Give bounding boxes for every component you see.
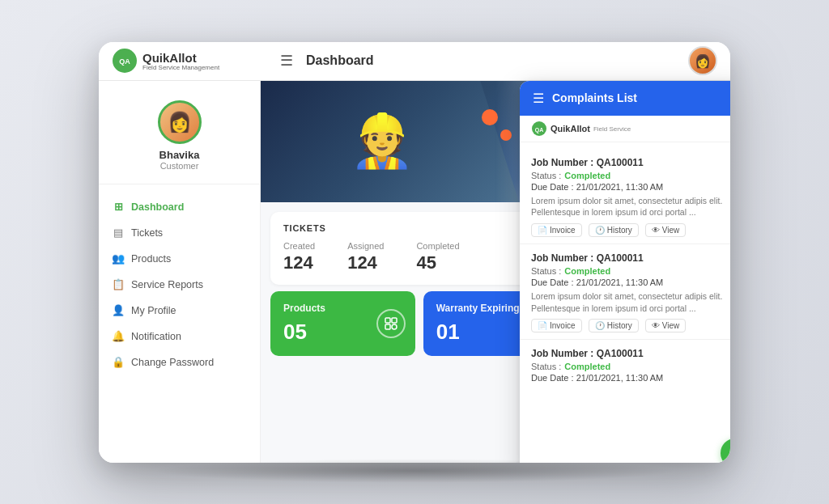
complaint-2-job-number: Job Number : QA100011 xyxy=(531,252,730,264)
complaints-logo: QA QuikAllot Field Service xyxy=(520,116,730,142)
svg-point-5 xyxy=(392,324,397,329)
complaint-3-due-date: Due Date : 21/01/2021, 11:30 AM xyxy=(531,373,663,383)
lock-icon: 🔒 xyxy=(112,356,125,369)
complaint-3-status-label: Status : xyxy=(531,362,561,371)
profile-icon: 👤 xyxy=(112,304,125,317)
ticket-stat-completed: Completed 45 xyxy=(416,241,459,273)
sidebar-item-products[interactable]: 👥 Products xyxy=(99,246,260,272)
complaints-menu-icon: ☰ xyxy=(533,91,544,106)
invoice-icon-2: 📄 xyxy=(538,321,547,330)
sidebar-item-notification[interactable]: 🔔 Notification xyxy=(99,324,260,349)
sidebar-item-service-reports[interactable]: 📋 Service Reports xyxy=(99,272,260,298)
complaint-3-job-number: Job Number : QA100011 xyxy=(531,348,730,359)
sidebar-item-label: Service Reports xyxy=(131,279,203,290)
reports-icon: 📋 xyxy=(112,278,125,291)
complaint-1-job-number: Job Number : QA100011 xyxy=(531,157,730,168)
svg-rect-3 xyxy=(392,318,397,323)
view-icon-1: 👁 xyxy=(652,226,660,235)
complaint-2-due-row: Due Date : 21/01/2021, 11:30 AM xyxy=(531,277,730,287)
svg-rect-4 xyxy=(385,324,390,329)
invoice-button-1[interactable]: 📄 Invoice xyxy=(531,223,582,237)
sidebar-avatar: 👩 xyxy=(158,100,202,144)
sidebar-item-my-profile[interactable]: 👤 My Profile xyxy=(99,298,260,324)
products-icon: 👥 xyxy=(112,252,125,265)
logo-area: QA QuikAllot Field Service Management xyxy=(112,48,274,74)
panel-logo-icon: QA xyxy=(531,121,547,137)
sidebar-item-label: Products xyxy=(131,253,171,265)
complaint-1-actions: 📄 Invoice 🕐 History 👁 View xyxy=(531,223,730,237)
complaints-list: Job Number : QA100011 Status : Completed… xyxy=(520,142,730,463)
tickets-icon: ▤ xyxy=(112,227,125,239)
created-label: Created xyxy=(283,241,315,251)
sidebar-username: Bhavika xyxy=(159,149,200,161)
complaint-1-due-row: Due Date : 21/01/2021, 11:30 AM xyxy=(531,182,730,192)
ticket-stat-assigned: Assigned 124 xyxy=(347,241,384,273)
complaints-header: ☰ Complaints List xyxy=(520,81,730,116)
svg-rect-2 xyxy=(385,318,390,323)
invoice-button-2[interactable]: 📄 Invoice xyxy=(531,319,582,332)
complaint-3-status-value: Completed xyxy=(564,362,610,371)
complaint-2-status-label: Status : xyxy=(531,266,561,276)
invoice-icon-1: 📄 xyxy=(538,226,547,235)
view-button-1[interactable]: 👁 View xyxy=(645,223,687,237)
assigned-value: 124 xyxy=(347,252,384,273)
completed-label: Completed xyxy=(416,241,459,251)
view-icon-2: 👁 xyxy=(652,321,660,330)
sidebar-role: Customer xyxy=(160,161,199,171)
app-wrapper: QA QuikAllot Field Service Management ☰ … xyxy=(99,42,730,463)
ticket-stat-created: Created 124 xyxy=(283,241,315,273)
history-button-2[interactable]: 🕐 History xyxy=(589,319,639,332)
products-card-icon xyxy=(376,309,406,338)
complaint-item-3: Job Number : QA100011 Status : Completed… xyxy=(520,340,730,391)
created-value: 124 xyxy=(283,252,315,273)
sidebar-item-change-password[interactable]: 🔒 Change Password xyxy=(99,349,260,375)
hero-circle-1 xyxy=(482,109,498,125)
view-button-2[interactable]: 👁 View xyxy=(645,319,687,332)
sidebar-item-dashboard[interactable]: ⊞ Dashboard xyxy=(99,194,260,220)
logo-text: QuikAllot Field Service Management xyxy=(142,51,219,71)
notification-icon: 🔔 xyxy=(112,330,125,343)
dashboard-icon: ⊞ xyxy=(112,201,125,214)
quikallot-logo-icon: QA xyxy=(112,48,138,74)
complaint-2-status-value: Completed xyxy=(564,266,610,276)
top-right-area: 👩 xyxy=(688,46,717,75)
complaints-panel: ☰ Complaints List QA QuikAllot Field Ser… xyxy=(520,81,730,463)
top-navigation-bar: QA QuikAllot Field Service Management ☰ … xyxy=(99,42,730,81)
sidebar-item-label: My Profile xyxy=(131,305,176,316)
sidebar-item-label: Dashboard xyxy=(131,201,184,213)
sidebar-item-label: Change Password xyxy=(131,357,214,368)
complaint-1-status-label: Status : xyxy=(531,171,561,180)
history-icon-2: 🕐 xyxy=(595,321,605,330)
products-card[interactable]: Products 05 xyxy=(270,291,415,356)
top-user-avatar[interactable]: 👩 xyxy=(688,46,717,75)
complaint-2-description: Lorem ipsum dolor sit amet, consectetur … xyxy=(531,290,730,314)
hero-circle-2 xyxy=(500,129,512,141)
hamburger-menu-button[interactable]: ☰ xyxy=(280,52,293,70)
hero-worker-image: 👷 xyxy=(261,81,519,202)
device-frame: QA QuikAllot Field Service Management ☰ … xyxy=(99,42,730,463)
sidebar-navigation: ⊞ Dashboard ▤ Tickets 👥 Products 📋 Servi… xyxy=(99,191,260,379)
sidebar: 👩 Bhavika Customer ⊞ Dashboard ▤ Tickets xyxy=(99,81,261,463)
complaint-1-status-value: Completed xyxy=(564,171,610,180)
complaint-2-due-date: Due Date : 21/01/2021, 11:30 AM xyxy=(531,277,663,287)
complaint-3-due-row: Due Date : 21/01/2021, 11:30 AM xyxy=(531,373,730,383)
sidebar-profile: 👩 Bhavika Customer xyxy=(99,94,260,184)
page-title: Dashboard xyxy=(306,53,688,68)
complaint-item-2: Job Number : QA100011 Status : Completed… xyxy=(520,244,730,340)
complaint-item-1: Job Number : QA100011 Status : Completed… xyxy=(520,149,730,244)
sidebar-item-tickets[interactable]: ▤ Tickets xyxy=(99,220,260,246)
complaint-3-status-row: Status : Completed xyxy=(531,362,730,371)
complaint-1-status-row: Status : Completed xyxy=(531,171,730,180)
sidebar-item-label: Notification xyxy=(131,331,181,342)
history-icon-1: 🕐 xyxy=(595,226,605,235)
complaint-1-due-date: Due Date : 21/01/2021, 11:30 AM xyxy=(531,182,663,192)
svg-text:QA: QA xyxy=(535,127,544,133)
history-button-1[interactable]: 🕐 History xyxy=(589,223,639,237)
complaint-2-actions: 📄 Invoice 🕐 History 👁 View xyxy=(531,319,730,332)
complaint-1-description: Lorem ipsum dolor sit amet, consectetur … xyxy=(531,195,730,218)
assigned-label: Assigned xyxy=(347,241,384,251)
complaints-header-title: Complaints List xyxy=(552,91,637,104)
sidebar-item-label: Tickets xyxy=(131,227,163,239)
svg-text:QA: QA xyxy=(119,57,130,66)
completed-value: 45 xyxy=(416,252,459,273)
